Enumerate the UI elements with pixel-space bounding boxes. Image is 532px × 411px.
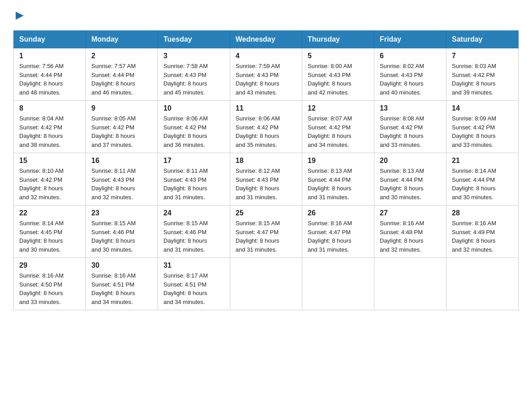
- day-info: Sunrise: 8:03 AM Sunset: 4:42 PM Dayligh…: [452, 62, 513, 97]
- calendar-cell: 2 Sunrise: 7:57 AM Sunset: 4:44 PM Dayli…: [86, 48, 158, 101]
- calendar-cell: 22 Sunrise: 8:14 AM Sunset: 4:45 PM Dayl…: [14, 206, 86, 258]
- day-number: 10: [163, 104, 224, 112]
- calendar-cell: 23 Sunrise: 8:15 AM Sunset: 4:46 PM Dayl…: [86, 206, 158, 258]
- day-info: Sunrise: 8:15 AM Sunset: 4:46 PM Dayligh…: [91, 219, 152, 254]
- day-number: 19: [308, 157, 369, 165]
- calendar-cell: 8 Sunrise: 8:04 AM Sunset: 4:42 PM Dayli…: [14, 101, 86, 153]
- calendar-cell: 13 Sunrise: 8:08 AM Sunset: 4:42 PM Dayl…: [374, 101, 446, 153]
- calendar-cell: [230, 258, 302, 310]
- calendar-cell: 26 Sunrise: 8:16 AM Sunset: 4:47 PM Dayl…: [302, 206, 374, 258]
- calendar-cell: 27 Sunrise: 8:16 AM Sunset: 4:48 PM Dayl…: [374, 206, 446, 258]
- day-info: Sunrise: 8:09 AM Sunset: 4:42 PM Dayligh…: [452, 114, 513, 149]
- day-info: Sunrise: 8:06 AM Sunset: 4:42 PM Dayligh…: [236, 114, 296, 149]
- day-info: Sunrise: 8:07 AM Sunset: 4:42 PM Dayligh…: [308, 114, 369, 149]
- svg-marker-0: [16, 12, 24, 20]
- calendar-cell: 9 Sunrise: 8:05 AM Sunset: 4:42 PM Dayli…: [86, 101, 158, 153]
- day-number: 31: [163, 261, 224, 270]
- calendar-cell: 20 Sunrise: 8:13 AM Sunset: 4:44 PM Dayl…: [374, 153, 446, 206]
- day-info: Sunrise: 8:11 AM Sunset: 4:43 PM Dayligh…: [91, 167, 152, 201]
- day-number: 1: [19, 52, 80, 60]
- day-info: Sunrise: 8:10 AM Sunset: 4:42 PM Dayligh…: [19, 167, 80, 201]
- day-number: 29: [19, 261, 80, 270]
- day-info: Sunrise: 7:56 AM Sunset: 4:44 PM Dayligh…: [19, 62, 80, 97]
- day-number: 9: [91, 104, 152, 112]
- day-number: 15: [19, 157, 80, 165]
- logo: [13, 11, 25, 22]
- calendar-cell: 3 Sunrise: 7:58 AM Sunset: 4:43 PM Dayli…: [158, 48, 230, 101]
- day-number: 23: [91, 209, 152, 217]
- calendar-week-5: 29 Sunrise: 8:16 AM Sunset: 4:50 PM Dayl…: [14, 258, 519, 310]
- weekday-header-saturday: Saturday: [446, 31, 519, 48]
- day-number: 14: [452, 104, 513, 112]
- day-number: 7: [452, 52, 513, 60]
- day-info: Sunrise: 8:11 AM Sunset: 4:43 PM Dayligh…: [163, 167, 224, 201]
- calendar-cell: 21 Sunrise: 8:14 AM Sunset: 4:44 PM Dayl…: [446, 153, 519, 206]
- day-number: 18: [236, 157, 296, 165]
- calendar-cell: 5 Sunrise: 8:00 AM Sunset: 4:43 PM Dayli…: [302, 48, 374, 101]
- calendar-cell: 6 Sunrise: 8:02 AM Sunset: 4:43 PM Dayli…: [374, 48, 446, 101]
- day-info: Sunrise: 8:06 AM Sunset: 4:42 PM Dayligh…: [163, 114, 224, 149]
- calendar-cell: 10 Sunrise: 8:06 AM Sunset: 4:42 PM Dayl…: [158, 101, 230, 153]
- calendar-cell: [446, 258, 519, 310]
- calendar-cell: 18 Sunrise: 8:12 AM Sunset: 4:43 PM Dayl…: [230, 153, 302, 206]
- calendar-cell: 24 Sunrise: 8:15 AM Sunset: 4:46 PM Dayl…: [158, 206, 230, 258]
- day-number: 2: [91, 52, 152, 60]
- logo-arrow-icon: [15, 11, 25, 21]
- day-info: Sunrise: 8:04 AM Sunset: 4:42 PM Dayligh…: [19, 114, 80, 149]
- calendar-cell: [374, 258, 446, 310]
- day-info: Sunrise: 8:08 AM Sunset: 4:42 PM Dayligh…: [380, 114, 441, 149]
- day-info: Sunrise: 7:59 AM Sunset: 4:43 PM Dayligh…: [236, 62, 296, 97]
- day-info: Sunrise: 8:00 AM Sunset: 4:43 PM Dayligh…: [308, 62, 369, 97]
- day-info: Sunrise: 8:05 AM Sunset: 4:42 PM Dayligh…: [91, 114, 152, 149]
- day-number: 27: [380, 209, 441, 217]
- day-info: Sunrise: 7:58 AM Sunset: 4:43 PM Dayligh…: [163, 62, 224, 97]
- day-number: 24: [163, 209, 224, 217]
- day-number: 13: [380, 104, 441, 112]
- weekday-header-thursday: Thursday: [302, 31, 374, 48]
- day-number: 28: [452, 209, 513, 217]
- calendar-week-2: 8 Sunrise: 8:04 AM Sunset: 4:42 PM Dayli…: [14, 101, 519, 153]
- calendar-week-4: 22 Sunrise: 8:14 AM Sunset: 4:45 PM Dayl…: [14, 206, 519, 258]
- day-number: 17: [163, 157, 224, 165]
- calendar-cell: 16 Sunrise: 8:11 AM Sunset: 4:43 PM Dayl…: [86, 153, 158, 206]
- calendar-cell: 25 Sunrise: 8:15 AM Sunset: 4:47 PM Dayl…: [230, 206, 302, 258]
- calendar-week-1: 1 Sunrise: 7:56 AM Sunset: 4:44 PM Dayli…: [14, 48, 519, 101]
- calendar-week-3: 15 Sunrise: 8:10 AM Sunset: 4:42 PM Dayl…: [14, 153, 519, 206]
- calendar-cell: 1 Sunrise: 7:56 AM Sunset: 4:44 PM Dayli…: [14, 48, 86, 101]
- day-number: 6: [380, 52, 441, 60]
- day-number: 8: [19, 104, 80, 112]
- day-info: Sunrise: 8:17 AM Sunset: 4:51 PM Dayligh…: [163, 271, 224, 306]
- day-info: Sunrise: 8:12 AM Sunset: 4:43 PM Dayligh…: [236, 167, 296, 201]
- calendar-table: SundayMondayTuesdayWednesdayThursdayFrid…: [13, 30, 519, 310]
- calendar-header-row: SundayMondayTuesdayWednesdayThursdayFrid…: [14, 31, 519, 48]
- day-info: Sunrise: 8:14 AM Sunset: 4:44 PM Dayligh…: [452, 167, 513, 201]
- day-number: 11: [236, 104, 296, 112]
- calendar-cell: 4 Sunrise: 7:59 AM Sunset: 4:43 PM Dayli…: [230, 48, 302, 101]
- weekday-header-sunday: Sunday: [14, 31, 86, 48]
- weekday-header-tuesday: Tuesday: [158, 31, 230, 48]
- day-number: 16: [91, 157, 152, 165]
- calendar-cell: 28 Sunrise: 8:16 AM Sunset: 4:49 PM Dayl…: [446, 206, 519, 258]
- day-number: 25: [236, 209, 296, 217]
- calendar-cell: 14 Sunrise: 8:09 AM Sunset: 4:42 PM Dayl…: [446, 101, 519, 153]
- calendar-cell: 11 Sunrise: 8:06 AM Sunset: 4:42 PM Dayl…: [230, 101, 302, 153]
- day-number: 12: [308, 104, 369, 112]
- day-info: Sunrise: 8:16 AM Sunset: 4:48 PM Dayligh…: [380, 219, 441, 254]
- day-number: 4: [236, 52, 296, 60]
- day-info: Sunrise: 8:16 AM Sunset: 4:49 PM Dayligh…: [452, 219, 513, 254]
- calendar-cell: 17 Sunrise: 8:11 AM Sunset: 4:43 PM Dayl…: [158, 153, 230, 206]
- day-info: Sunrise: 8:16 AM Sunset: 4:50 PM Dayligh…: [19, 271, 80, 306]
- day-number: 26: [308, 209, 369, 217]
- weekday-header-friday: Friday: [374, 31, 446, 48]
- calendar-cell: 12 Sunrise: 8:07 AM Sunset: 4:42 PM Dayl…: [302, 101, 374, 153]
- weekday-header-wednesday: Wednesday: [230, 31, 302, 48]
- day-info: Sunrise: 8:14 AM Sunset: 4:45 PM Dayligh…: [19, 219, 80, 254]
- day-number: 3: [163, 52, 224, 60]
- page-header: [13, 11, 519, 22]
- day-info: Sunrise: 8:13 AM Sunset: 4:44 PM Dayligh…: [380, 167, 441, 201]
- calendar-cell: 31 Sunrise: 8:17 AM Sunset: 4:51 PM Dayl…: [158, 258, 230, 310]
- day-info: Sunrise: 8:15 AM Sunset: 4:46 PM Dayligh…: [163, 219, 224, 254]
- weekday-header-monday: Monday: [86, 31, 158, 48]
- calendar-cell: 7 Sunrise: 8:03 AM Sunset: 4:42 PM Dayli…: [446, 48, 519, 101]
- day-number: 20: [380, 157, 441, 165]
